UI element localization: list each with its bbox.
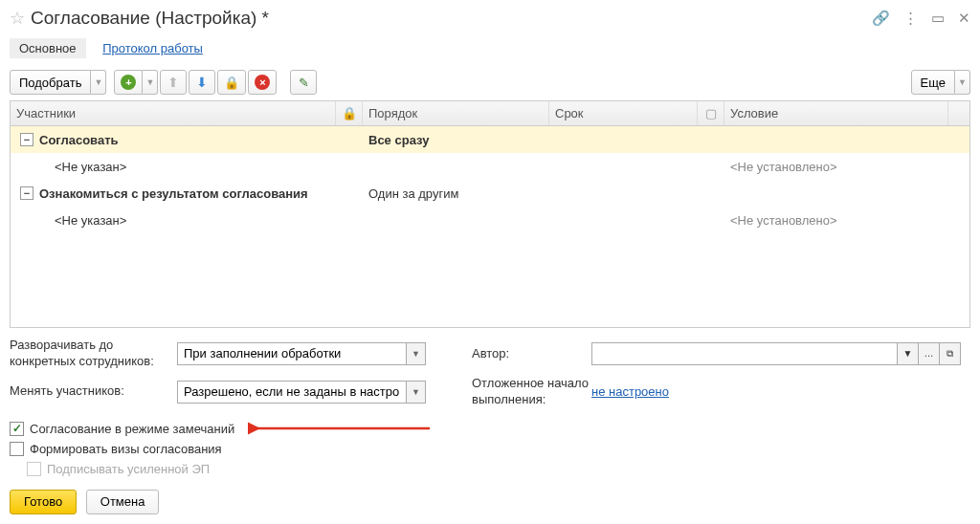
expand-to-select[interactable] — [177, 342, 407, 365]
expand-to-dropdown[interactable]: ▼ — [407, 342, 426, 365]
tab-main[interactable]: Основное — [10, 38, 86, 58]
lock-header-icon: 🔒 — [342, 106, 357, 120]
table-row[interactable]: −Ознакомиться с результатом согласования… — [11, 180, 969, 207]
table-row[interactable]: <Не указан> <Не установлено> — [11, 153, 969, 180]
cancel-button[interactable]: Отмена — [86, 490, 160, 514]
lock-icon: 🔒 — [224, 76, 239, 90]
arrow-down-icon: ⬇ — [196, 75, 208, 90]
collapse-icon[interactable]: − — [20, 133, 33, 146]
form-visas-checkbox[interactable] — [10, 442, 24, 456]
author-input[interactable] — [591, 342, 898, 365]
expand-to-label: Разворачивать до конкретных сотрудников: — [10, 338, 177, 370]
delete-button[interactable]: × — [248, 70, 277, 95]
link-icon[interactable]: 🔗 — [872, 10, 890, 27]
add-button[interactable]: + — [114, 70, 143, 95]
deferred-start-link[interactable]: не настроено — [591, 384, 669, 399]
table-row[interactable]: <Не указан> <Не установлено> — [11, 207, 969, 233]
author-dots-button[interactable]: … — [919, 342, 940, 365]
author-dropdown[interactable]: ▼ — [898, 342, 919, 365]
lock-button[interactable]: 🔒 — [217, 70, 246, 95]
edit-button[interactable]: ✎ — [290, 70, 317, 95]
col-lock[interactable]: 🔒 — [336, 101, 363, 125]
remarks-mode-checkbox[interactable] — [10, 422, 24, 436]
plus-icon: + — [121, 75, 136, 90]
form-visas-label: Формировать визы согласования — [30, 442, 222, 456]
done-button[interactable]: Готово — [10, 490, 77, 514]
collapse-icon[interactable]: − — [20, 186, 33, 200]
change-participants-dropdown[interactable]: ▼ — [407, 381, 426, 404]
col-participants[interactable]: Участники — [11, 101, 336, 125]
deferred-start-label: Отложенное начало выполнения: — [472, 376, 591, 408]
remarks-mode-label: Согласование в режиме замечаний — [30, 422, 234, 436]
add-dropdown[interactable]: ▼ — [143, 70, 158, 95]
kebab-menu-icon[interactable]: ⋮ — [903, 10, 918, 27]
more-dropdown[interactable]: ▼ — [955, 70, 970, 95]
col-timer[interactable]: ▢ — [698, 101, 724, 125]
window-title: Согласование (Настройка) * — [31, 8, 872, 29]
arrow-up-icon: ⬆ — [167, 75, 179, 90]
sign-ep-checkbox — [27, 462, 41, 476]
move-up-button[interactable]: ⬆ — [160, 70, 187, 95]
more-button[interactable]: Еще — [911, 70, 955, 95]
col-order[interactable]: Порядок — [363, 101, 549, 125]
participants-table: Участники 🔒 Порядок Срок ▢ Условие −Согл… — [10, 100, 970, 328]
move-down-button[interactable]: ⬇ — [189, 70, 215, 95]
change-participants-label: Менять участников: — [10, 383, 177, 400]
col-condition[interactable]: Условие — [724, 101, 948, 125]
tab-protocol[interactable]: Протокол работы — [93, 38, 212, 58]
author-open-button[interactable]: ⧉ — [940, 342, 961, 365]
pencil-icon: ✎ — [299, 76, 309, 90]
author-label: Автор: — [472, 346, 591, 360]
favorite-star-icon[interactable]: ☆ — [10, 8, 25, 29]
col-term[interactable]: Срок — [549, 101, 698, 125]
window-restore-icon[interactable]: ▭ — [931, 10, 945, 27]
sign-ep-label: Подписывать усиленной ЭП — [47, 462, 210, 476]
pick-dropdown[interactable]: ▼ — [91, 70, 106, 95]
delete-icon: × — [255, 75, 270, 90]
table-row[interactable]: −Согласовать Все сразу — [11, 126, 969, 153]
clipboard-header-icon: ▢ — [705, 106, 717, 120]
close-icon[interactable]: ✕ — [958, 10, 970, 27]
pick-button[interactable]: Подобрать — [10, 70, 91, 95]
annotation-arrow-icon — [248, 422, 439, 435]
change-participants-select[interactable] — [177, 381, 407, 404]
